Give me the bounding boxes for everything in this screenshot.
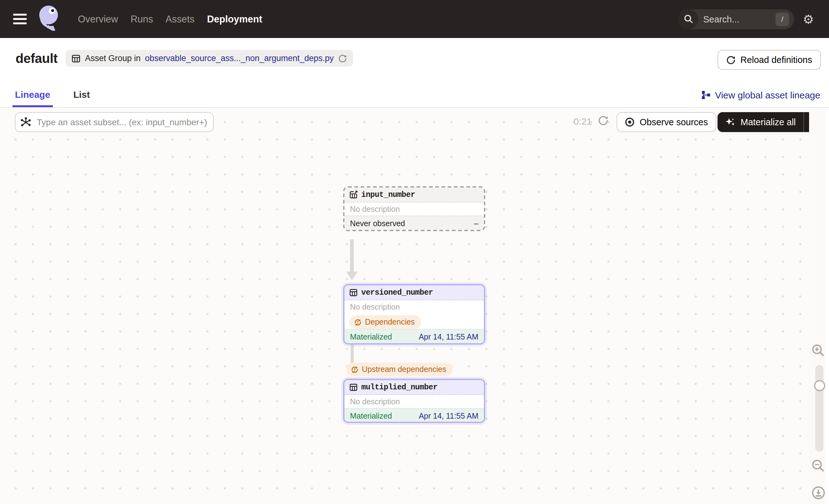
view-global-asset-lineage-link[interactable]: View global asset lineage bbox=[701, 90, 820, 100]
top-nav: Overview Runs Assets Deployment / ⚙ bbox=[0, 0, 829, 38]
asset-table-icon bbox=[350, 383, 358, 391]
materialize-all-button[interactable]: Materialize all bbox=[718, 112, 803, 132]
asset-name: multiplied_number bbox=[361, 383, 437, 392]
hamburger-menu-icon[interactable] bbox=[13, 14, 27, 24]
asset-node-versioned-number[interactable]: versioned_number No description Dependen… bbox=[343, 284, 485, 345]
source-asset-icon bbox=[350, 191, 358, 199]
edge-label: Upstream dependencies bbox=[362, 365, 446, 374]
sync-alert-icon bbox=[351, 365, 359, 373]
tab-list[interactable]: List bbox=[73, 81, 90, 107]
asset-status: Materialized bbox=[350, 412, 392, 421]
asset-status: Materialized bbox=[350, 333, 392, 341]
download-graph-icon[interactable] bbox=[812, 486, 825, 500]
zoom-in-icon[interactable] bbox=[812, 344, 825, 357]
dependencies-badge-label: Dependencies bbox=[365, 318, 415, 326]
refresh-icon[interactable] bbox=[338, 54, 347, 63]
asset-description: No description bbox=[345, 395, 484, 408]
graph-refresh-icon[interactable] bbox=[598, 115, 609, 126]
asset-subset-filter[interactable] bbox=[15, 112, 214, 132]
observe-eye-icon bbox=[625, 117, 635, 127]
asset-lineage-graph[interactable]: 0:21 Observe sources Materialize all bbox=[0, 108, 829, 504]
page-header: default Asset Group in observable_source… bbox=[0, 38, 829, 108]
search-icon bbox=[678, 9, 698, 29]
search-shortcut-badge: / bbox=[776, 12, 789, 26]
right-edge-gutter bbox=[825, 108, 829, 504]
page-title: default bbox=[15, 51, 58, 66]
asset-description: No description bbox=[345, 300, 484, 313]
zoom-slider-handle[interactable] bbox=[814, 380, 825, 391]
asset-subset-input[interactable] bbox=[36, 116, 208, 128]
materialize-all-label: Materialize all bbox=[741, 117, 796, 127]
sync-alert-icon bbox=[354, 318, 362, 326]
reload-definitions-button[interactable]: Reload definitions bbox=[717, 50, 821, 70]
asset-status-timestamp[interactable]: Apr 14, 11:55 AM bbox=[419, 333, 478, 341]
asset-group-prefix: Asset Group in bbox=[85, 53, 141, 63]
asset-name: versioned_number bbox=[361, 288, 433, 297]
search-input[interactable] bbox=[702, 13, 764, 25]
asset-status-value: – bbox=[474, 219, 478, 228]
asset-node-multiplied-number[interactable]: multiplied_number No description Materia… bbox=[343, 379, 485, 423]
view-global-asset-lineage-label: View global asset lineage bbox=[715, 90, 820, 100]
upstream-dependencies-badge[interactable]: Upstream dependencies bbox=[346, 363, 453, 376]
asset-group-icon bbox=[72, 54, 81, 63]
global-search[interactable]: / bbox=[678, 9, 794, 29]
dependencies-changed-badge[interactable]: Dependencies bbox=[350, 315, 421, 329]
asset-description: No description bbox=[345, 203, 484, 216]
lineage-graph-icon bbox=[701, 90, 711, 100]
dagster-logo[interactable] bbox=[38, 5, 63, 33]
nav-links: Overview Runs Assets Deployment bbox=[77, 11, 263, 27]
zoom-slider-track[interactable] bbox=[815, 365, 823, 452]
refresh-countdown: 0:21 bbox=[574, 116, 592, 127]
app: Overview Runs Assets Deployment / ⚙ defa… bbox=[0, 0, 829, 504]
asset-group-file-link[interactable]: observable_source_ass..._non_argument_de… bbox=[145, 53, 333, 63]
asset-table-icon bbox=[350, 288, 358, 296]
asset-status-timestamp[interactable]: Apr 14, 11:55 AM bbox=[419, 412, 478, 421]
nav-item-overview[interactable]: Overview bbox=[77, 11, 119, 27]
asset-node-input-number[interactable]: input_number No description Never observ… bbox=[343, 186, 485, 231]
nav-item-deployment[interactable]: Deployment bbox=[206, 11, 263, 27]
tab-bar: Lineage List bbox=[15, 81, 90, 107]
nav-item-runs[interactable]: Runs bbox=[129, 11, 154, 27]
sparkle-icon bbox=[725, 117, 735, 128]
edge-input-to-versioned-arrowhead bbox=[346, 272, 358, 280]
asset-name: input_number bbox=[361, 190, 415, 199]
zoom-out-icon[interactable] bbox=[812, 459, 825, 472]
reload-icon bbox=[726, 55, 735, 65]
tab-lineage[interactable]: Lineage bbox=[15, 81, 50, 107]
observe-sources-button[interactable]: Observe sources bbox=[617, 112, 716, 132]
settings-gear-icon[interactable]: ⚙ bbox=[794, 11, 823, 27]
edge-input-to-versioned bbox=[350, 239, 354, 272]
nav-item-assets[interactable]: Assets bbox=[165, 11, 196, 27]
asset-status: Never observed bbox=[350, 219, 405, 228]
observe-sources-label: Observe sources bbox=[640, 117, 708, 127]
asset-group-breadcrumb: Asset Group in observable_source_ass..._… bbox=[66, 50, 353, 67]
materialize-all-split-button: Materialize all ▾ bbox=[718, 112, 822, 132]
op-selector-icon bbox=[21, 117, 31, 128]
reload-definitions-label: Reload definitions bbox=[740, 55, 812, 65]
